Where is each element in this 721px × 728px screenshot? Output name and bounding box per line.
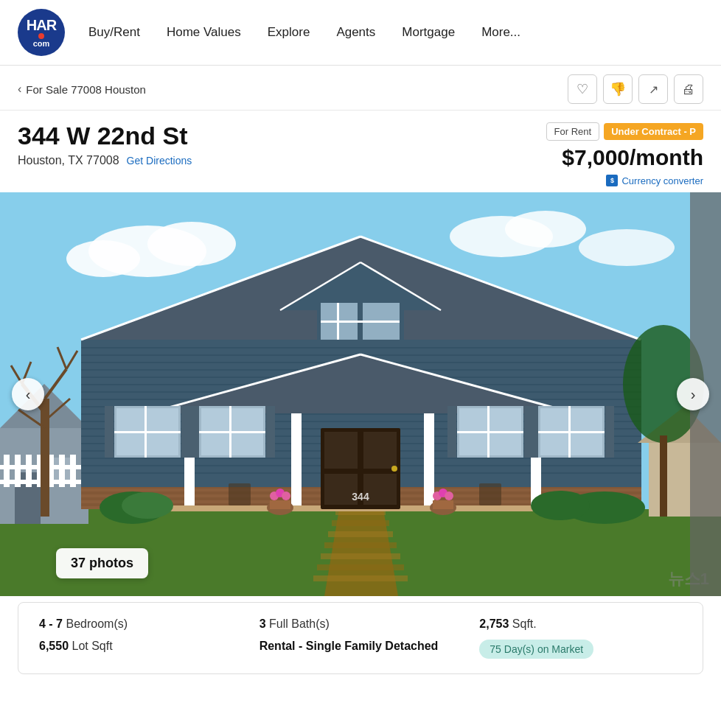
svg-rect-12 [324,542,397,548]
bedrooms-num: 4 - 7 [39,617,63,630]
svg-rect-15 [313,575,408,581]
listing-city: Houston, TX 77008 [18,154,119,167]
svg-point-2 [147,222,236,266]
gallery-next-button[interactable]: › [677,378,709,410]
svg-rect-88 [199,431,265,433]
svg-rect-11 [328,531,393,537]
svg-rect-89 [190,406,199,458]
next-arrow-icon: › [691,386,696,403]
sqft-label: Sqft. [512,617,537,630]
svg-rect-95 [447,406,456,458]
svg-rect-36 [81,347,641,349]
svg-rect-75 [363,432,397,469]
nav-agents[interactable]: Agents [336,25,375,39]
currency-converter-label: Currency converter [621,175,703,186]
svg-rect-74 [324,432,358,469]
lot-sqft-detail: 6,550 Lot Sqft [39,640,242,659]
nav-links: Buy/Rent Home Values Explore Agents Mort… [88,25,520,40]
for-rent-badge: For Rent [546,122,600,141]
baths-num: 3 [260,617,266,630]
days-on-market-detail: 75 Day(s) on Market [479,640,682,659]
breadcrumb-row: ‹ For Sale 77008 Houston ♡ 👎 ↗ 🖨 [0,66,721,111]
listing-title: 344 W 22nd St [18,122,546,150]
svg-point-110 [282,491,290,500]
lot-sqft-num: 6,550 [39,640,69,652]
under-contract-badge: Under Contract - P [604,123,703,140]
breadcrumb[interactable]: ‹ For Sale 77008 Houston [18,83,146,96]
svg-text:344: 344 [352,491,369,503]
baths-detail: 3 Full Bath(s) [260,617,462,631]
listing-price-block: For Rent Under Contract - P $7,000/month… [546,122,703,186]
sqft-num: 2,753 [479,617,509,630]
logo-dot [38,33,44,39]
svg-rect-100 [538,431,605,433]
svg-point-5 [505,211,586,248]
prev-arrow-icon: ‹ [26,386,31,403]
svg-rect-24 [26,455,32,487]
lot-sqft-label: Lot Sqft [72,640,113,652]
action-buttons: ♡ 👎 ↗ 🖨 [568,74,703,104]
svg-rect-102 [605,406,614,458]
svg-point-3 [66,240,140,277]
svg-rect-82 [114,431,181,433]
currency-converter-link[interactable]: $ Currency converter [606,175,703,186]
get-directions-link[interactable]: Get Directions [127,155,192,167]
svg-rect-64 [321,321,400,323]
bedrooms-detail: 4 - 7 Bedroom(s) [39,617,242,631]
listing-address-row: Houston, TX 77008 Get Directions [18,154,546,167]
dislike-button[interactable]: 👎 [603,74,633,104]
photos-count-text: 37 photos [71,556,133,570]
bedrooms-label: Bedroom(s) [66,617,128,630]
svg-rect-69 [291,413,302,509]
gallery-prev-button[interactable]: ‹ [12,378,44,410]
property-type-text: Rental - Single Family Detached [260,640,439,652]
nav-buy-rent[interactable]: Buy/Rent [88,25,140,39]
photo-gallery: 344 [0,192,721,596]
listing-header: 344 W 22nd St Houston, TX 77008 Get Dire… [0,111,721,192]
share-button[interactable]: ↗ [638,74,668,104]
svg-rect-14 [317,564,404,570]
print-button[interactable]: 🖨 [674,74,703,104]
svg-rect-90 [266,406,275,458]
property-details-bar: 4 - 7 Bedroom(s) 3 Full Bath(s) 2,753 Sq… [18,602,703,674]
breadcrumb-arrow: ‹ [18,83,21,96]
svg-point-115 [445,491,453,500]
sqft-detail: 2,753 Sqft. [479,617,682,631]
house-svg: 344 [0,192,721,596]
nav-mortgage[interactable]: Mortgage [402,25,455,39]
svg-rect-10 [332,520,389,526]
heart-icon: ♡ [577,81,588,97]
property-type-detail: Rental - Single Family Detached [260,640,462,659]
days-on-market-badge: 75 Day(s) on Market [479,640,593,659]
svg-rect-94 [457,431,523,433]
svg-rect-101 [529,406,538,458]
svg-point-78 [391,466,397,472]
favorite-button[interactable]: ♡ [568,74,597,104]
svg-rect-22 [4,455,10,487]
print-icon: 🖨 [682,82,695,97]
logo-har-text: HAR [27,18,56,32]
svg-rect-132 [660,435,667,517]
logo-com-text: com [33,40,50,48]
nav-explore[interactable]: Explore [268,25,310,39]
svg-rect-27 [59,455,65,487]
breadcrumb-text: For Sale 77008 Houston [26,83,146,96]
photos-count-badge[interactable]: 37 photos [56,548,148,578]
svg-rect-23 [15,455,21,487]
nav-more[interactable]: More... [481,25,520,39]
listing-title-block: 344 W 22nd St Houston, TX 77008 Get Dire… [18,122,546,167]
har-logo[interactable]: HAR com [18,9,65,56]
svg-rect-84 [181,406,190,458]
svg-rect-116 [41,399,49,517]
share-icon: ↗ [649,83,658,97]
svg-rect-70 [424,413,434,509]
listing-price: $7,000/month [562,145,703,170]
gallery-main-photo: 344 [0,192,721,596]
svg-rect-112 [433,500,453,509]
svg-point-6 [579,229,675,266]
svg-rect-104 [229,483,251,505]
baths-label: Full Bath(s) [269,617,330,630]
svg-rect-105 [479,483,501,505]
nav-home-values[interactable]: Home Values [167,25,241,39]
svg-point-127 [531,491,590,520]
